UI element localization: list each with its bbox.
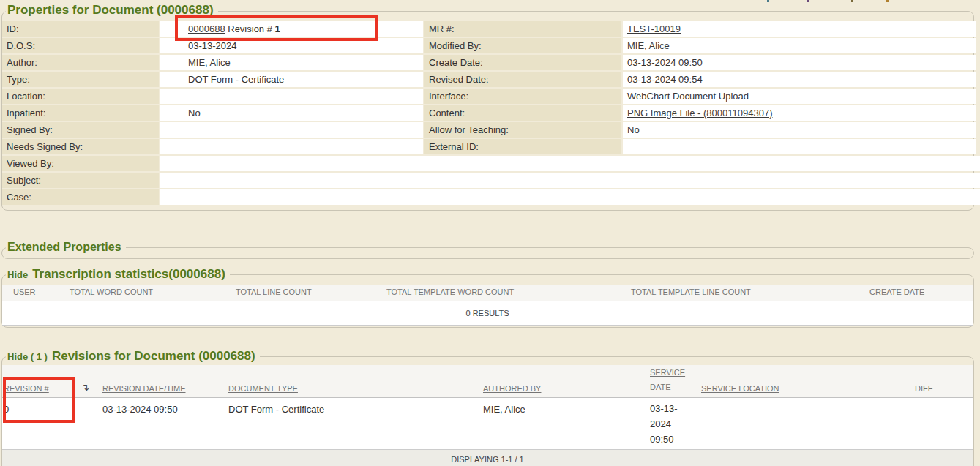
property-label-viewed-by: Viewed By: bbox=[2, 156, 159, 171]
column-header-total-line-count[interactable]: TOTAL LINE COUNT bbox=[236, 288, 312, 296]
sort-descending-icon[interactable]: ↴ bbox=[81, 382, 89, 393]
revisions-paging-status: DISPLAYING 1-1 / 1 bbox=[2, 450, 973, 466]
property-label-interface: Interface: bbox=[424, 89, 621, 104]
property-label-type: Type: bbox=[2, 72, 159, 87]
column-header-total-template-line-count[interactable]: TOTAL TEMPLATE LINE COUNT bbox=[631, 288, 751, 296]
property-label-external-id: External ID: bbox=[424, 139, 621, 154]
property-value-modified-by: MIE, Alice bbox=[623, 38, 976, 53]
author-link[interactable]: MIE, Alice bbox=[188, 57, 231, 68]
property-label-subject: Subject: bbox=[2, 173, 159, 188]
column-header-revision-number[interactable]: REVISION # bbox=[4, 384, 49, 393]
property-label-revised-date: Revised Date: bbox=[424, 72, 621, 87]
property-label-create-date: Create Date: bbox=[424, 55, 621, 70]
property-value-needs-signed-by bbox=[160, 139, 423, 154]
property-label-case: Case: bbox=[2, 189, 159, 205]
property-value-id: 0000688 Revision # 1 bbox=[160, 21, 423, 37]
clipped-content-artifact bbox=[886, 0, 889, 2]
property-label-location: Location: bbox=[2, 89, 159, 104]
column-header-total-template-word-count[interactable]: TOTAL TEMPLATE WORD COUNT bbox=[386, 288, 514, 296]
extended-properties-title: Extended Properties bbox=[6, 241, 126, 254]
column-header-revision-datetime[interactable]: REVISION DATE/TIME bbox=[102, 384, 185, 393]
property-label-allow-teaching: Allow for Teaching: bbox=[424, 122, 621, 138]
revision-number-cell: 0 bbox=[4, 404, 9, 415]
column-header-document-type[interactable]: DOCUMENT TYPE bbox=[228, 384, 298, 393]
content-file-link[interactable]: PNG Image File - (800011094307) bbox=[627, 108, 772, 119]
column-header-create-date[interactable]: CREATE DATE bbox=[869, 288, 924, 296]
clipped-content-artifact bbox=[807, 0, 809, 2]
revisions-legend: Hide ( 1 )Revisions for Document (000068… bbox=[6, 349, 260, 364]
revision-number: 1 bbox=[275, 23, 280, 34]
property-label-author: Author: bbox=[2, 55, 159, 70]
column-header-service-date[interactable]: SERVICE DATE bbox=[650, 365, 689, 394]
transcription-hide-link[interactable]: Hide bbox=[7, 269, 28, 280]
clipped-content-artifact bbox=[851, 0, 853, 2]
revision-label: Revision # bbox=[228, 23, 272, 34]
property-value-subject bbox=[160, 173, 980, 188]
property-value-type: DOT Form - Certificate bbox=[160, 72, 423, 87]
property-label-inpatient: Inpatient: bbox=[2, 105, 159, 121]
property-value-case bbox=[160, 189, 980, 205]
property-value-interface: WebChart Document Upload bbox=[623, 89, 976, 104]
service-date-cell: 03-13-2024 09:50 bbox=[650, 401, 688, 447]
property-value-create-date: 03-13-2024 09:50 bbox=[623, 55, 976, 70]
document-id-link[interactable]: 0000688 bbox=[188, 23, 225, 34]
property-value-external-id bbox=[623, 139, 976, 154]
authored-by-cell: MIE, Alice bbox=[483, 404, 525, 415]
document-type-cell: DOT Form - Certificate bbox=[228, 404, 324, 415]
revisions-title: Revisions for Document (0000688) bbox=[52, 349, 255, 363]
property-value-dos: 03-13-2024 bbox=[160, 38, 423, 53]
revisions-hide-link[interactable]: Hide ( 1 ) bbox=[7, 351, 48, 362]
clipped-content-artifact bbox=[767, 0, 769, 2]
transcription-legend: HideTranscription statistics(0000688) bbox=[6, 267, 230, 282]
property-value-revised-date: 03-13-2024 09:54 bbox=[623, 72, 976, 87]
property-label-signed-by: Signed By: bbox=[2, 122, 159, 138]
property-value-inpatient: No bbox=[160, 105, 423, 121]
transcription-header-row: USER TOTAL WORD COUNT TOTAL LINE COUNT T… bbox=[2, 285, 973, 301]
document-properties-screen: Properties for Document (0000688) ID: 00… bbox=[0, 0, 980, 466]
modified-by-link[interactable]: MIE, Alice bbox=[627, 40, 670, 51]
property-label-dos: D.O.S: bbox=[2, 38, 159, 53]
column-header-diff: DIFF bbox=[915, 384, 932, 393]
property-label-id: ID: bbox=[2, 21, 159, 37]
transcription-title: Transcription statistics(0000688) bbox=[32, 267, 225, 281]
property-value-location bbox=[160, 89, 423, 104]
property-label-needs-signed-by: Needs Signed By: bbox=[2, 139, 159, 154]
revision-datetime-cell: 03-13-2024 09:50 bbox=[102, 404, 178, 415]
property-label-content: Content: bbox=[424, 105, 621, 121]
column-header-total-word-count[interactable]: TOTAL WORD COUNT bbox=[70, 288, 153, 296]
column-header-service-location[interactable]: SERVICE LOCATION bbox=[701, 384, 779, 393]
properties-section-title: Properties for Document (0000688) bbox=[6, 3, 218, 18]
property-value-allow-teaching: No bbox=[623, 122, 976, 138]
property-label-modified-by: Modified By: bbox=[424, 38, 621, 53]
property-value-mr: TEST-10019 bbox=[623, 21, 976, 37]
mr-number-link[interactable]: TEST-10019 bbox=[627, 23, 681, 34]
column-header-authored-by[interactable]: AUTHORED BY bbox=[483, 384, 541, 393]
property-value-content: PNG Image File - (800011094307) bbox=[623, 105, 976, 121]
extended-properties-fieldset bbox=[1, 247, 974, 259]
property-value-viewed-by bbox=[160, 156, 980, 171]
property-value-author: MIE, Alice bbox=[160, 55, 423, 70]
revision-table-row: 0 03-13-2024 09:50 DOT Form - Certificat… bbox=[2, 398, 973, 450]
transcription-empty-results: 0 RESULTS bbox=[2, 301, 973, 326]
property-value-signed-by bbox=[160, 122, 423, 138]
property-label-mr: MR #: bbox=[424, 21, 621, 37]
column-header-user[interactable]: USER bbox=[13, 288, 36, 296]
revisions-header-row: REVISION # ↴ REVISION DATE/TIME DOCUMENT… bbox=[2, 365, 973, 398]
